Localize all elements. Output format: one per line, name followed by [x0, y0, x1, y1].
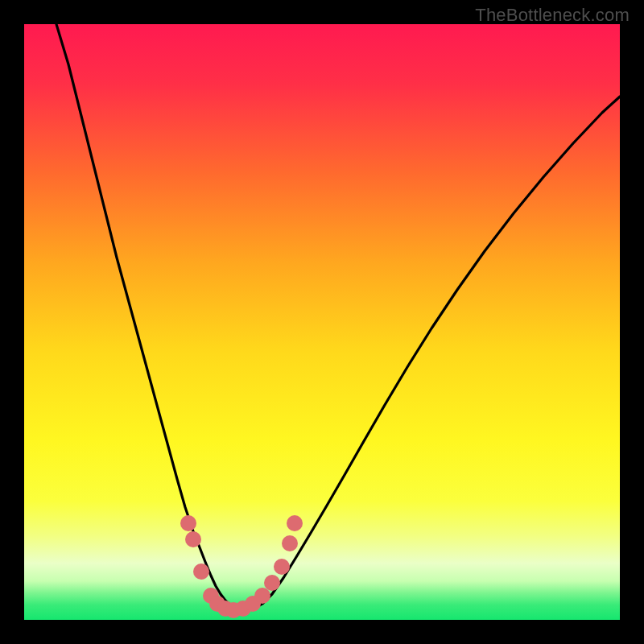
curve-marker [274, 559, 290, 575]
curve-layer [24, 24, 620, 620]
curve-marker [282, 535, 298, 551]
curve-marker [185, 531, 201, 547]
curve-markers [180, 515, 303, 618]
curve-marker [193, 564, 209, 580]
curve-marker [264, 575, 280, 591]
curve-marker [287, 515, 303, 531]
chart-frame: TheBottleneck.com [0, 0, 644, 644]
watermark-text: TheBottleneck.com [475, 5, 630, 26]
curve-marker [180, 515, 196, 531]
bottleneck-curve [56, 24, 620, 610]
plot-area [24, 24, 620, 620]
curve-marker [254, 588, 270, 604]
